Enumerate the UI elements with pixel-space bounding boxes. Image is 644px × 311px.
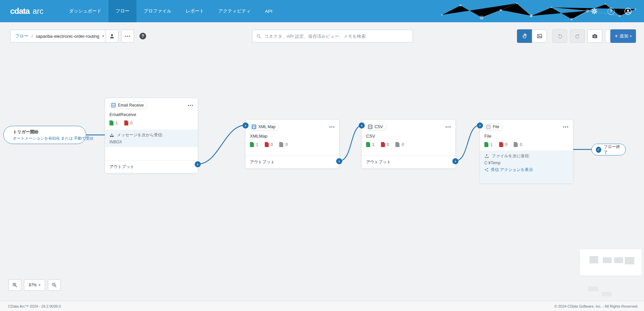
select-region-button[interactable] xyxy=(532,29,547,43)
minimap[interactable] xyxy=(580,249,642,276)
search-input[interactable] xyxy=(264,34,409,39)
breadcrumb-root[interactable]: フロー xyxy=(15,33,29,39)
add-connector-button[interactable]: + 追加 ▾ xyxy=(610,29,636,43)
tab-dashboard[interactable]: ダッシュボード xyxy=(62,0,108,22)
snapshot-button[interactable] xyxy=(587,29,602,43)
success-count[interactable]: 1 xyxy=(484,142,493,147)
connector-type-label: CSV xyxy=(375,124,383,129)
connector-name: File xyxy=(480,134,573,139)
error-count[interactable]: 0 xyxy=(499,142,508,147)
connector-type-label: Email Receive xyxy=(118,103,144,108)
wire-email-xmlmap xyxy=(198,125,246,164)
caret-down-icon: ▾ xyxy=(102,35,104,38)
minimap-offscreen-node xyxy=(588,286,598,291)
input-port[interactable]: › xyxy=(359,122,365,129)
undo-icon xyxy=(557,33,563,39)
error-count[interactable]: 0 xyxy=(381,142,389,147)
connector-type-label: File xyxy=(493,124,499,129)
node-more-menu-icon[interactable]: ••• xyxy=(563,125,569,129)
nav-right-icons: ? xyxy=(590,0,632,22)
pending-count[interactable]: 0 xyxy=(279,142,288,147)
camera-icon xyxy=(592,33,598,39)
user-account-icon[interactable] xyxy=(624,7,632,15)
connector-card-xmlmap[interactable]: XML Map ••• XMLMap 1 0 0 アウトプット › › xyxy=(245,119,340,169)
canvas-search[interactable] xyxy=(252,30,413,43)
pending-count[interactable]: 0 xyxy=(514,142,522,147)
neutral-doc-icon xyxy=(279,142,283,147)
breadcrumb-current: sapariba-electronic-order-routing xyxy=(36,34,99,39)
connector-card-file[interactable]: File ••• File 1 0 0 xyxy=(480,119,573,183)
send-upload-icon xyxy=(484,154,489,159)
flow-canvas[interactable]: フロー / sapariba-electronic-order-routing … xyxy=(0,22,644,301)
zoom-out-icon xyxy=(52,282,57,288)
connector-type-badge[interactable]: File xyxy=(484,123,503,131)
error-count[interactable]: 0 xyxy=(265,142,273,147)
config-value: C:¥Temp xyxy=(484,161,569,165)
minimap-node xyxy=(614,257,623,263)
redo-icon xyxy=(575,33,580,39)
connector-type-badge[interactable]: XML Map xyxy=(250,123,279,131)
trigger-subtitle-link[interactable]: オートメーションを有効化 または 手動で受信 xyxy=(13,136,93,141)
output-port[interactable]: › xyxy=(336,158,342,164)
input-port[interactable]: › xyxy=(243,122,249,129)
input-port[interactable]: › xyxy=(477,122,483,129)
footer-version: CData Arc™ 2024 - 24.2.9039.0 xyxy=(8,304,61,308)
connector-card-emailreceive[interactable]: Email Receive ••• EmailReceive 1 0 メッセージ… xyxy=(105,98,198,173)
footer-copyright: © 2024 CData Software, Inc. - All Rights… xyxy=(554,304,638,308)
success-doc-icon xyxy=(366,142,370,147)
connector-name: EmailReceive xyxy=(105,112,198,117)
file-icon xyxy=(486,124,491,129)
tab-activity[interactable]: アクティビティ xyxy=(211,0,258,22)
success-doc-icon xyxy=(250,142,254,147)
trigger-start-node[interactable]: トリガー開始 オートメーションを有効化 または 手動で受信 xyxy=(3,126,86,144)
help-icon[interactable]: ? xyxy=(607,7,615,15)
share-icon xyxy=(484,168,489,172)
inbox-download-icon xyxy=(109,133,114,138)
breadcrumb[interactable]: フロー / sapariba-electronic-order-routing … xyxy=(10,30,109,43)
flow-end-node[interactable]: ✓ フロー終了 xyxy=(591,144,626,156)
success-count[interactable]: 1 xyxy=(109,120,118,125)
flow-more-menu-button[interactable]: ••• xyxy=(121,30,134,43)
success-count[interactable]: 1 xyxy=(250,142,258,147)
logo-primary: cdata xyxy=(10,6,30,16)
redo-button[interactable] xyxy=(570,29,585,43)
app-logo[interactable]: cdata arc xyxy=(10,6,43,16)
output-label: アウトプット xyxy=(362,156,455,168)
config-title: メッセージを次から受信: xyxy=(117,132,163,138)
zoom-level-dropdown[interactable]: 87% ▾ xyxy=(24,279,45,291)
flow-help-button[interactable]: ? xyxy=(138,30,148,43)
output-port[interactable]: › xyxy=(452,158,458,164)
tab-reports[interactable]: レポート xyxy=(179,0,211,22)
pan-tool-button[interactable] xyxy=(517,29,532,43)
connector-type-badge[interactable]: Email Receive xyxy=(109,102,148,109)
zoom-out-button[interactable] xyxy=(48,279,61,291)
footer: CData Arc™ 2024 - 24.2.9039.0 © 2024 CDa… xyxy=(0,301,644,311)
connector-type-badge[interactable]: CSV xyxy=(366,123,387,131)
tab-profiles[interactable]: プロファイル xyxy=(136,0,179,22)
success-doc-icon xyxy=(109,120,114,125)
output-port[interactable]: › xyxy=(195,161,201,167)
neutral-doc-icon xyxy=(514,142,518,147)
node-more-menu-icon[interactable]: ••• xyxy=(445,125,451,129)
person-icon xyxy=(109,33,115,39)
tab-flows[interactable]: フロー xyxy=(108,0,136,22)
node-more-menu-icon[interactable]: ••• xyxy=(188,104,194,107)
undo-button[interactable] xyxy=(552,29,567,43)
settings-gear-icon[interactable] xyxy=(590,7,598,15)
csv-icon xyxy=(368,124,373,129)
tab-api[interactable]: API xyxy=(258,0,280,22)
node-more-menu-icon[interactable]: ••• xyxy=(329,125,335,129)
minimap-node xyxy=(625,257,634,264)
image-select-icon xyxy=(537,33,543,39)
zoom-in-button[interactable] xyxy=(8,279,21,291)
error-doc-icon xyxy=(265,142,269,147)
zoom-level-value: 87% xyxy=(29,283,37,287)
pending-count[interactable]: 0 xyxy=(395,142,404,147)
success-count[interactable]: 1 xyxy=(366,142,375,147)
error-count[interactable]: 0 xyxy=(124,120,133,125)
check-icon: ✓ xyxy=(596,147,601,153)
show-receive-actions-link[interactable]: 受信 アクションを表示 xyxy=(484,167,569,173)
profile-user-button[interactable] xyxy=(105,30,119,43)
minimap-node xyxy=(603,257,612,263)
connector-card-csv[interactable]: CSV ••• CSV 1 0 0 アウトプット › › xyxy=(361,119,456,169)
